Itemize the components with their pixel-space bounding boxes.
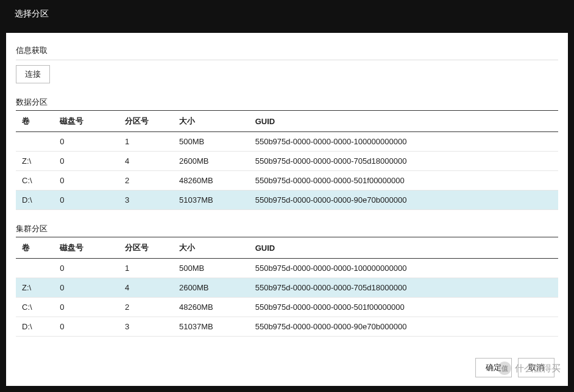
table-row[interactable]: D:\0351037MB550b975d-0000-0000-0000-90e7… — [16, 317, 558, 337]
cell-disk: 0 — [54, 298, 119, 317]
cell-part: 1 — [119, 259, 173, 278]
col-size: 大小 — [173, 237, 249, 259]
cell-size: 500MB — [173, 132, 249, 152]
modal-footer: 确定 取消 — [475, 358, 555, 377]
col-disk-no: 磁盘号 — [54, 111, 119, 132]
col-part-no: 分区号 — [119, 111, 173, 132]
cell-size: 51037MB — [173, 191, 249, 210]
data-partition-header: 数据分区 — [16, 97, 558, 108]
divider — [16, 60, 558, 60]
cell-part: 3 — [119, 191, 173, 210]
cell-volume: C:\ — [16, 171, 54, 191]
cell-part: 2 — [119, 171, 173, 191]
cluster-partition-header: 集群分区 — [16, 223, 558, 234]
table-row[interactable]: Z:\042600MB550b975d-0000-0000-0000-705d1… — [16, 152, 558, 171]
cell-disk: 0 — [54, 259, 119, 278]
partition-selector-modal: 选择分区 信息获取 连接 数据分区 卷 磁盘号 分区号 大小 GUID 0150… — [0, 0, 574, 392]
cell-size: 48260MB — [173, 298, 249, 317]
cell-guid: 550b975d-0000-0000-0000-100000000000 — [249, 132, 558, 152]
cell-guid: 550b975d-0000-0000-0000-90e70b000000 — [249, 317, 558, 337]
cell-guid: 550b975d-0000-0000-0000-705d18000000 — [249, 152, 558, 171]
cell-volume: D:\ — [16, 191, 54, 210]
cell-volume: D:\ — [16, 317, 54, 337]
cell-volume — [16, 132, 54, 152]
cell-size: 51037MB — [173, 317, 249, 337]
modal-titlebar: 选择分区 — [0, 0, 574, 28]
cell-guid: 550b975d-0000-0000-0000-90e70b000000 — [249, 191, 558, 210]
cell-volume: C:\ — [16, 298, 54, 317]
ok-button[interactable]: 确定 — [475, 358, 512, 377]
col-guid: GUID — [249, 111, 558, 132]
table-row[interactable]: D:\0351037MB550b975d-0000-0000-0000-90e7… — [16, 191, 558, 210]
cell-size: 2600MB — [173, 278, 249, 298]
col-guid: GUID — [249, 237, 558, 259]
modal-content: 信息获取 连接 数据分区 卷 磁盘号 分区号 大小 GUID 01500MB55… — [6, 33, 568, 386]
table-row[interactable]: Z:\042600MB550b975d-0000-0000-0000-705d1… — [16, 278, 558, 298]
cell-part: 4 — [119, 278, 173, 298]
cell-volume — [16, 259, 54, 278]
col-part-no: 分区号 — [119, 237, 173, 259]
cluster-partition-table: 卷 磁盘号 分区号 大小 GUID 01500MB550b975d-0000-0… — [16, 237, 558, 337]
connect-button[interactable]: 连接 — [16, 65, 50, 83]
cell-size: 500MB — [173, 259, 249, 278]
cell-disk: 0 — [54, 132, 119, 152]
cell-guid: 550b975d-0000-0000-0000-705d18000000 — [249, 278, 558, 298]
table-row[interactable]: C:\0248260MB550b975d-0000-0000-0000-501f… — [16, 298, 558, 317]
table-row[interactable]: C:\0248260MB550b975d-0000-0000-0000-501f… — [16, 171, 558, 191]
cell-part: 2 — [119, 298, 173, 317]
col-disk-no: 磁盘号 — [54, 237, 119, 259]
cell-part: 4 — [119, 152, 173, 171]
cell-part: 1 — [119, 132, 173, 152]
cell-guid: 550b975d-0000-0000-0000-100000000000 — [249, 259, 558, 278]
table-header-row: 卷 磁盘号 分区号 大小 GUID — [16, 111, 558, 132]
cell-guid: 550b975d-0000-0000-0000-501f00000000 — [249, 171, 558, 191]
cell-disk: 0 — [54, 317, 119, 337]
cell-guid: 550b975d-0000-0000-0000-501f00000000 — [249, 298, 558, 317]
info-section-label: 信息获取 — [16, 45, 558, 56]
col-volume: 卷 — [16, 111, 54, 132]
col-size: 大小 — [173, 111, 249, 132]
table-row[interactable]: 01500MB550b975d-0000-0000-0000-100000000… — [16, 259, 558, 278]
data-partition-table: 卷 磁盘号 分区号 大小 GUID 01500MB550b975d-0000-0… — [16, 110, 558, 210]
col-volume: 卷 — [16, 237, 54, 259]
cell-disk: 0 — [54, 191, 119, 210]
modal-title: 选择分区 — [15, 9, 49, 18]
cell-volume: Z:\ — [16, 278, 54, 298]
table-header-row: 卷 磁盘号 分区号 大小 GUID — [16, 237, 558, 259]
cell-disk: 0 — [54, 278, 119, 298]
cell-disk: 0 — [54, 152, 119, 171]
cell-size: 2600MB — [173, 152, 249, 171]
cancel-button[interactable]: 取消 — [518, 358, 555, 377]
cell-volume: Z:\ — [16, 152, 54, 171]
table-row[interactable]: 01500MB550b975d-0000-0000-0000-100000000… — [16, 132, 558, 152]
cell-disk: 0 — [54, 171, 119, 191]
cell-size: 48260MB — [173, 171, 249, 191]
cell-part: 3 — [119, 317, 173, 337]
